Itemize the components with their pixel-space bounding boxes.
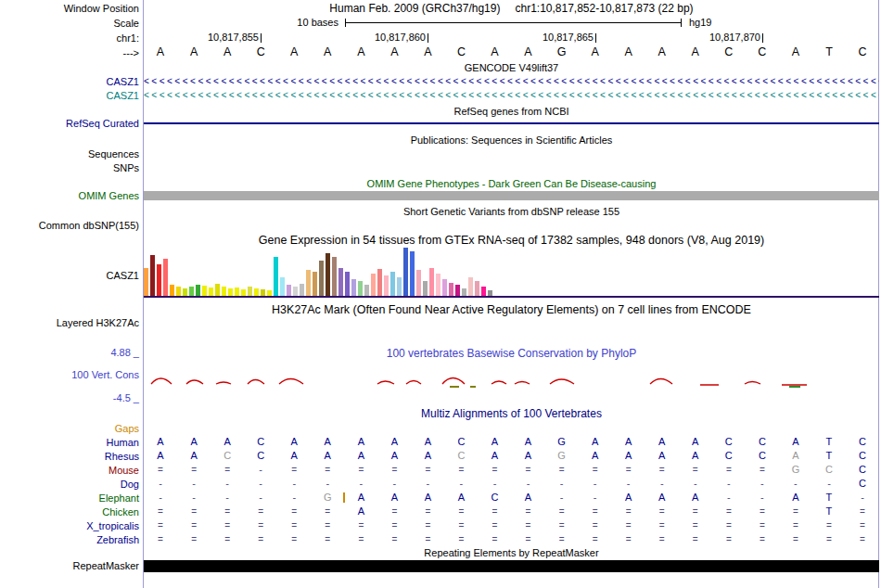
sequences-label[interactable]: Sequences [0,148,144,160]
gtex-tissue-bar[interactable] [423,281,428,296]
species-label-zebrafish[interactable]: Zebrafish [0,534,144,545]
gtex-tissue-bar[interactable] [235,288,239,296]
gtex-tissue-bar[interactable] [338,268,343,296]
gtex-tissue-bar[interactable] [319,261,324,296]
gtex-tissue-bar[interactable] [358,281,363,296]
gtex-tissue-bar[interactable] [313,272,317,296]
species-label-dog[interactable]: Dog [0,479,144,490]
alignment-row-chicken[interactable]: ======A=============T= [144,505,879,518]
layered-h3k27ac-label[interactable]: Layered H3K27Ac [0,317,144,328]
alignment-row-rhesus[interactable]: AACCAAAAACAAGAAAACCATC [144,449,879,463]
gtex-tissue-bar[interactable] [222,287,226,296]
gtex-tissue-bar[interactable] [202,286,207,296]
gtex-tissue-bar[interactable] [189,287,194,296]
gtex-tissue-bar[interactable] [261,289,265,296]
gtex-tissue-bar[interactable] [442,279,447,296]
omim-gene-bar[interactable] [144,191,879,200]
gtex-tissue-bar[interactable] [468,277,473,296]
gtex-tissue-bar[interactable] [326,253,330,296]
gencode-transcript-line[interactable]: <<<<<<<<<<<<<<<<<<<<<<<<<<<<<<<<<<<<<<<<… [144,88,879,102]
align-cell: = [512,532,545,546]
gtex-tissue-bar[interactable] [228,288,233,296]
alignment-row-x_tropicalis[interactable]: ====================== [144,518,879,532]
omim-genes-label[interactable]: OMIM Genes [0,190,144,201]
gtex-tissue-bar[interactable] [403,248,408,296]
gtex-bars[interactable] [144,248,879,296]
alignment-row-dog[interactable]: ---------------------C [144,477,879,491]
gtex-tissue-bar[interactable] [176,287,181,296]
gtex-tissue-bar[interactable] [254,288,259,296]
gtex-tissue-bar[interactable] [351,279,356,296]
gtex-tissue-bar[interactable] [449,283,453,296]
species-label-gaps[interactable]: Gaps [0,423,144,434]
gtex-tissue-bar[interactable] [215,284,220,296]
gtex-tissue-bar[interactable] [170,285,174,296]
multiz-track-title: Multiz Alignments of 100 Vertebrates [144,407,879,420]
gtex-tissue-bar[interactable] [410,251,415,296]
align-cell: = [645,505,679,518]
gtex-tissue-bar[interactable] [436,274,440,296]
gtex-tissue-bar[interactable] [209,288,213,296]
gtex-tissue-bar[interactable] [377,269,382,296]
gencode-gene-label[interactable]: CASZ1 [0,90,144,101]
coordinate-tick-mark [261,33,262,43]
alignment-row-zebrafish[interactable]: ====================== [144,532,879,546]
coordinate-ruler[interactable]: 10,817,85510,817,86010,817,86510,817,870 [144,32,879,45]
species-label-mouse[interactable]: Mouse [0,465,144,476]
gtex-tissue-bar[interactable] [274,257,278,296]
repeatmasker-bar[interactable] [144,560,879,572]
gtex-tissue-bar[interactable] [390,272,395,296]
gtex-tissue-bar[interactable] [332,257,337,296]
species-label-x_tropicalis[interactable]: X_tropicalis [0,520,144,531]
gtex-tissue-bar[interactable] [163,259,168,296]
vert-cons-label[interactable]: 100 Vert. Cons [0,369,144,380]
gtex-tissue-bar[interactable] [287,285,291,296]
gtex-tissue-bar[interactable] [280,277,285,296]
species-label-elephant[interactable]: Elephant [0,492,144,504]
gtex-tissue-bar[interactable] [455,285,460,296]
species-label-rhesus[interactable]: Rhesus [0,451,144,462]
gtex-tissue-bar[interactable] [384,275,389,296]
alignment-row-mouse[interactable]: ===-===============GCC [144,463,879,477]
gtex-tissue-bar[interactable] [481,287,486,296]
repeatmasker-label[interactable]: RepeatMasker [0,560,144,571]
chrom-ruler-row[interactable]: chr1: 10,817,85510,817,86010,817,86510,8… [0,32,879,45]
gtex-tissue-bar[interactable] [248,287,252,296]
gencode-gene-label[interactable]: CASZ1 [0,76,144,87]
species-label-human[interactable]: Human [0,437,144,448]
common-dbsnp-label[interactable]: Common dbSNP(155) [0,220,144,231]
refseq-curated-label[interactable]: RefSeq Curated [0,118,144,129]
gtex-tissue-bar[interactable] [144,268,148,296]
coordinate-tick-label: 10,817,870 [690,32,760,43]
refseq-gene-line[interactable] [144,122,879,124]
alignment-row-gaps[interactable] [144,421,879,435]
alignment-row-human[interactable]: AAACAAAAACAAGAAAACCATC [144,435,879,449]
gtex-tissue-bar[interactable] [416,270,421,296]
gtex-tissue-bar[interactable] [196,285,200,296]
sequence-row[interactable]: ---> AAACAAAAACAAGAAAACCATC [0,45,879,59]
gtex-tissue-bar[interactable] [364,285,369,296]
align-cell: A [411,449,444,463]
gtex-tissue-bar[interactable] [183,288,187,296]
gtex-tissue-bar[interactable] [157,264,161,296]
gtex-gene-label[interactable]: CASZ1 [0,270,144,281]
phylop-wiggle[interactable] [144,364,879,399]
gtex-tissue-bar[interactable] [345,272,350,296]
gtex-tissue-bar[interactable] [475,281,479,296]
gtex-tissue-bar[interactable] [300,284,304,296]
gtex-tissue-bar[interactable] [462,288,466,296]
gtex-tissue-bar[interactable] [293,287,298,296]
snps-label[interactable]: SNPs [0,162,144,173]
gtex-tissue-bar[interactable] [429,268,434,296]
align-cell: = [177,518,211,532]
align-cell [144,421,177,435]
species-label-chicken[interactable]: Chicken [0,506,144,518]
alignment-row-elephant[interactable]: -----GAAAACA--AAA--AT- [144,491,879,505]
gtex-tissue-bar[interactable] [397,277,402,296]
gtex-tissue-bar[interactable] [150,255,155,296]
gtex-tissue-bar[interactable] [241,289,246,296]
sequence-cells[interactable]: AAACAAAAACAAGAAAACCATC [144,45,879,59]
gtex-tissue-bar[interactable] [371,274,376,296]
gtex-tissue-bar[interactable] [306,270,311,296]
gencode-transcript-line[interactable]: <<<<<<<<<<<<<<<<<<<<<<<<<<<<<<<<<<<<<<<<… [144,74,879,88]
